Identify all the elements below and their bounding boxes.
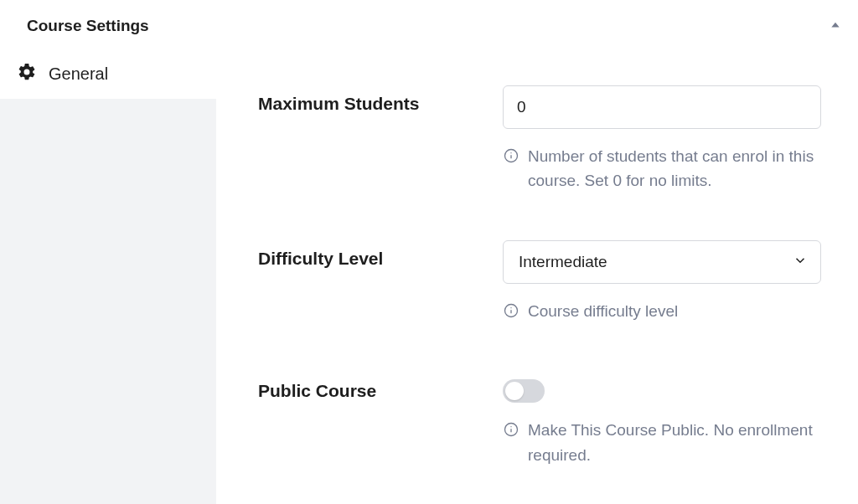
difficulty-helper-text: Course difficulty level [528,299,678,323]
max-students-input[interactable] [503,85,821,129]
public-course-control: Make This Course Public. No enrollment r… [503,373,821,467]
svg-point-5 [510,307,511,308]
sidebar-item-label: General [49,64,108,84]
max-students-control: Number of students that can enrol in thi… [503,85,821,193]
panel-header: Course Settings [0,0,858,52]
max-students-helper: Number of students that can enrol in thi… [503,144,821,193]
caret-up-icon [830,18,841,30]
collapse-toggle[interactable] [830,18,841,33]
sidebar-empty-area [0,99,216,504]
public-course-helper: Make This Course Public. No enrollment r… [503,418,821,467]
panel-title: Course Settings [27,17,149,35]
public-course-toggle[interactable] [503,379,545,403]
difficulty-label: Difficulty Level [258,240,476,269]
info-icon [503,301,519,326]
info-icon [503,147,519,171]
difficulty-select-wrap: Intermediate [503,240,821,284]
public-course-helper-text: Make This Course Public. No enrollment r… [528,418,821,467]
difficulty-control: Intermediate Course difficulty level [503,240,821,326]
body-wrap: General Maximum Students Number of stude… [0,52,858,504]
gear-icon [17,62,37,85]
max-students-label: Maximum Students [258,85,476,114]
sidebar-item-general[interactable]: General [0,52,216,95]
sidebar: General [0,52,216,504]
svg-point-8 [510,426,511,427]
field-max-students: Maximum Students Number of students that… [258,85,824,193]
public-course-label: Public Course [258,373,476,401]
difficulty-helper: Course difficulty level [503,299,821,326]
field-public-course: Public Course Make This Course Public. N… [258,373,824,467]
svg-point-2 [510,152,511,153]
toggle-knob [505,382,524,400]
difficulty-select[interactable]: Intermediate [503,240,821,284]
max-students-helper-text: Number of students that can enrol in thi… [528,144,821,193]
main-content: Maximum Students Number of students that… [216,52,858,504]
info-icon [503,420,519,445]
field-difficulty: Difficulty Level Intermediate Course dif… [258,240,824,326]
